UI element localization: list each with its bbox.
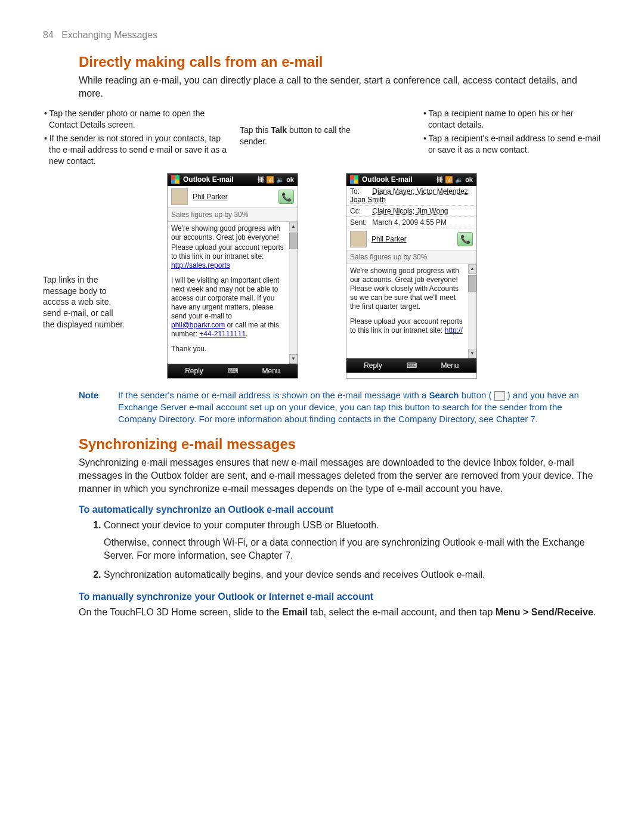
scrollbar[interactable]: ▲ ▼ xyxy=(468,264,476,358)
scroll-down-icon[interactable]: ▼ xyxy=(289,354,298,364)
scrollbar[interactable]: ▲ ▼ xyxy=(289,222,298,364)
softkey-bar: Reply ⌨ Menu xyxy=(168,364,298,378)
scroll-down-icon[interactable]: ▼ xyxy=(468,349,476,358)
email-link[interactable]: phil@bparkr.com xyxy=(171,321,225,329)
avatar[interactable] xyxy=(171,188,188,205)
status-icons: 卌 📶 🔉 ok xyxy=(258,175,294,184)
softkey-menu[interactable]: Menu xyxy=(423,358,476,373)
sender-name[interactable]: Phil Parker xyxy=(193,193,274,201)
windows-flag-icon xyxy=(350,175,358,184)
callout-right-2: Tap a recipient's e-mail address to send… xyxy=(422,133,601,156)
steps-auto-sync: Connect your device to your computer thr… xyxy=(79,519,601,582)
section-heading-sync: Synchronizing e-mail messages xyxy=(79,436,601,453)
scroll-thumb[interactable] xyxy=(289,233,298,249)
page-number: 84 xyxy=(43,30,54,40)
phone-screenshots-row: Tap links in the message body to access … xyxy=(43,173,601,379)
callout-left-1: Tap the sender photo or name to open the… xyxy=(43,108,228,131)
status-icons: 卌 📶 🔉 ok xyxy=(436,175,473,184)
talk-button[interactable]: 📞 xyxy=(278,190,294,204)
subject-row: Sales figures up by 30% xyxy=(168,208,298,222)
talk-button[interactable]: 📞 xyxy=(457,232,473,246)
phone-app-title: Outlook E-mail xyxy=(183,175,234,184)
note-block: Note If the sender's name or e-mail addr… xyxy=(79,389,601,426)
callouts-row: Tap the sender photo or name to open the… xyxy=(43,108,601,169)
sender-row[interactable]: Phil Parker 📞 xyxy=(346,228,476,250)
cc-row: Cc: Claire Nicols; Jim Wong xyxy=(346,206,476,217)
step-1: Connect your device to your computer thr… xyxy=(104,519,601,562)
section-intro-sync: Synchronizing e-mail messages ensures th… xyxy=(79,456,601,495)
section-intro-calls: While reading an e-mail, you can directl… xyxy=(79,74,601,100)
to-row: To: Diana Mayer; Victor Melendez; Joan S… xyxy=(346,186,476,206)
callout-mid: Tap this Talk button to call the sender. xyxy=(240,108,353,169)
softkey-keyboard-icon[interactable]: ⌨ xyxy=(400,358,423,373)
phone-screenshot-right: Outlook E-mail 卌 📶 🔉 ok To: Diana Mayer;… xyxy=(346,173,477,379)
page-header: 84 Exchanging Messages xyxy=(43,30,601,41)
softkey-bar: Reply ⌨ Menu xyxy=(346,358,476,373)
email-body[interactable]: We're showing good progress with our acc… xyxy=(168,222,298,364)
softkey-menu[interactable]: Menu xyxy=(244,364,298,378)
softkey-reply[interactable]: Reply xyxy=(346,358,400,373)
chapter-title: Exchanging Messages xyxy=(61,30,157,40)
phone-titlebar: Outlook E-mail 卌 📶 🔉 ok xyxy=(346,174,476,186)
callout-right-1: Tap a recipient name to open his or her … xyxy=(422,108,601,131)
intranet-link[interactable]: http://sales.reports xyxy=(171,261,230,270)
avatar[interactable] xyxy=(350,231,367,247)
sender-name[interactable]: Phil Parker xyxy=(371,235,453,243)
scroll-up-icon[interactable]: ▲ xyxy=(468,264,476,274)
manual-sync-text: On the TouchFLO 3D Home screen, slide to… xyxy=(79,606,601,619)
phone-screenshot-left: Outlook E-mail 卌 📶 🔉 ok Phil Parker 📞 Sa… xyxy=(167,173,298,379)
subject-row: Sales figures up by 30% xyxy=(346,250,476,264)
note-label: Note xyxy=(79,389,110,426)
search-icon xyxy=(494,391,505,401)
softkey-keyboard-icon[interactable]: ⌨ xyxy=(221,364,244,378)
sent-value: March 4, 2009 4:55 PM xyxy=(372,218,447,227)
subheading-manual-sync: To manually synchronize your Outlook or … xyxy=(79,592,601,602)
phone-titlebar: Outlook E-mail 卌 📶 🔉 ok xyxy=(168,174,298,186)
step-2: Synchronization automatically begins, an… xyxy=(104,568,601,581)
callout-left-2: If the sender is not stored in your cont… xyxy=(43,133,228,167)
phone-number-link[interactable]: +44-21111111 xyxy=(199,330,246,338)
windows-flag-icon xyxy=(171,175,179,184)
email-body[interactable]: We're showing good progress with our acc… xyxy=(346,264,476,358)
cc-recipients[interactable]: Claire Nicols; Jim Wong xyxy=(372,207,448,215)
sent-row: Sent: March 4, 2009 4:55 PM xyxy=(346,217,476,228)
section-heading-calls: Directly making calls from an e-mail xyxy=(79,54,601,70)
intranet-link[interactable]: http:// xyxy=(445,326,463,335)
phone-app-title: Outlook E-mail xyxy=(362,175,413,184)
callout-side-links: Tap links in the message body to access … xyxy=(43,274,126,330)
subheading-auto-sync: To automatically synchronize an Outlook … xyxy=(79,504,601,515)
scroll-up-icon[interactable]: ▲ xyxy=(289,222,298,231)
softkey-reply[interactable]: Reply xyxy=(168,364,221,378)
scroll-thumb[interactable] xyxy=(468,275,476,292)
sender-row[interactable]: Phil Parker 📞 xyxy=(168,186,298,208)
